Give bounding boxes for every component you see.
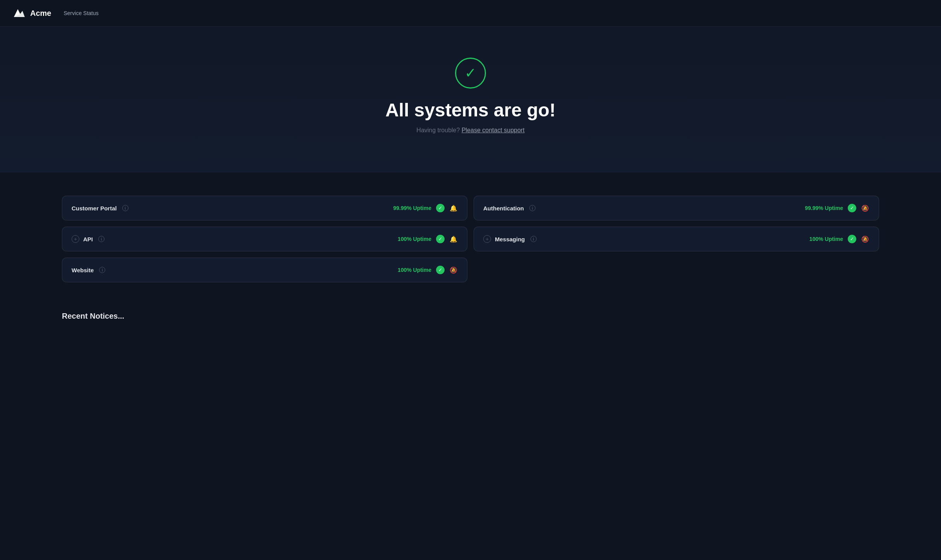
service-card-authentication: Authentication i 99.99% Uptime ✓ 🔕 bbox=[474, 196, 879, 220]
service-card-customer-portal: Customer Portal i 99.99% Uptime ✓ 🔔 bbox=[62, 196, 467, 220]
hero-subtitle-prefix: Having trouble? bbox=[416, 127, 460, 133]
service-card-right-api: 100% Uptime ✓ 🔔 bbox=[398, 235, 458, 243]
status-dot-website: ✓ bbox=[436, 266, 445, 274]
expand-icon-api[interactable]: + bbox=[72, 235, 79, 243]
contact-support-link[interactable]: Please contact support bbox=[462, 127, 525, 133]
logo-text: Acme bbox=[30, 9, 51, 18]
status-dot-api: ✓ bbox=[436, 235, 445, 243]
service-card-left: + Messaging i bbox=[483, 235, 537, 243]
hero-title: All systems are go! bbox=[385, 99, 556, 121]
status-dot-customer-portal: ✓ bbox=[436, 204, 445, 212]
service-name-website: Website bbox=[72, 267, 94, 273]
info-icon-authentication[interactable]: i bbox=[529, 205, 536, 211]
nav-service-status[interactable]: Service Status bbox=[63, 10, 98, 16]
checkmark-icon: ✓ bbox=[465, 66, 476, 80]
uptime-api: 100% Uptime bbox=[398, 236, 431, 242]
status-check-icon: ✓ bbox=[850, 236, 854, 242]
main-nav: Service Status bbox=[63, 10, 98, 17]
empty-grid-cell bbox=[474, 258, 879, 282]
info-icon-api[interactable]: i bbox=[98, 236, 104, 242]
service-card-right-messaging: 100% Uptime ✓ 🔕 bbox=[809, 235, 869, 243]
status-icon-circle: ✓ bbox=[455, 58, 486, 89]
uptime-customer-portal: 99.99% Uptime bbox=[393, 205, 431, 211]
bell-icon-api[interactable]: 🔔 bbox=[449, 235, 458, 243]
status-check-icon: ✓ bbox=[438, 236, 442, 242]
service-name-api: API bbox=[83, 236, 93, 242]
info-icon-messaging[interactable]: i bbox=[530, 236, 537, 242]
hero-section: ✓ All systems are go! Having trouble? Pl… bbox=[0, 27, 941, 172]
bell-icon-customer-portal[interactable]: 🔔 bbox=[449, 204, 458, 212]
bell-slash-icon-messaging[interactable]: 🔕 bbox=[861, 235, 869, 243]
service-name-authentication: Authentication bbox=[483, 205, 524, 212]
service-card-left: Authentication i bbox=[483, 205, 536, 212]
bell-slash-icon-website[interactable]: 🔕 bbox=[449, 266, 458, 274]
service-card-website: Website i 100% Uptime ✓ 🔕 bbox=[62, 258, 467, 282]
header: Acme Service Status bbox=[0, 0, 941, 27]
service-name-customer-portal: Customer Portal bbox=[72, 205, 117, 212]
info-icon-website[interactable]: i bbox=[99, 267, 105, 273]
status-check-icon: ✓ bbox=[850, 205, 854, 211]
status-dot-messaging: ✓ bbox=[848, 235, 856, 243]
bell-slash-icon-authentication[interactable]: 🔕 bbox=[861, 204, 869, 212]
expand-icon-messaging[interactable]: + bbox=[483, 235, 491, 243]
services-section: Customer Portal i 99.99% Uptime ✓ 🔔 Auth… bbox=[0, 172, 941, 304]
status-dot-authentication: ✓ bbox=[848, 204, 856, 212]
info-icon-customer-portal[interactable]: i bbox=[122, 205, 128, 211]
acme-logo-icon bbox=[12, 6, 26, 20]
uptime-messaging: 100% Uptime bbox=[809, 236, 843, 242]
services-grid: Customer Portal i 99.99% Uptime ✓ 🔔 Auth… bbox=[62, 196, 879, 251]
service-card-left: Website i bbox=[72, 267, 105, 273]
recent-notices-title: Recent Notices... bbox=[62, 312, 879, 321]
service-card-api: + API i 100% Uptime ✓ 🔔 bbox=[62, 227, 467, 251]
uptime-authentication: 99.99% Uptime bbox=[805, 205, 843, 211]
service-card-messaging: + Messaging i 100% Uptime ✓ 🔕 bbox=[474, 227, 879, 251]
status-check-icon: ✓ bbox=[438, 267, 442, 273]
service-card-left: Customer Portal i bbox=[72, 205, 128, 212]
service-card-left: + API i bbox=[72, 235, 104, 243]
uptime-website: 100% Uptime bbox=[398, 267, 431, 273]
hero-subtitle: Having trouble? Please contact support bbox=[416, 127, 524, 134]
service-name-messaging: Messaging bbox=[495, 236, 525, 242]
recent-notices-section: Recent Notices... bbox=[0, 304, 941, 336]
service-card-right-customer-portal: 99.99% Uptime ✓ 🔔 bbox=[393, 204, 458, 212]
service-card-right-website: 100% Uptime ✓ 🔕 bbox=[398, 266, 458, 274]
logo-area: Acme bbox=[12, 6, 51, 20]
status-check-icon: ✓ bbox=[438, 205, 442, 211]
service-card-right-authentication: 99.99% Uptime ✓ 🔕 bbox=[805, 204, 869, 212]
services-single-row: Website i 100% Uptime ✓ 🔕 bbox=[62, 258, 879, 282]
